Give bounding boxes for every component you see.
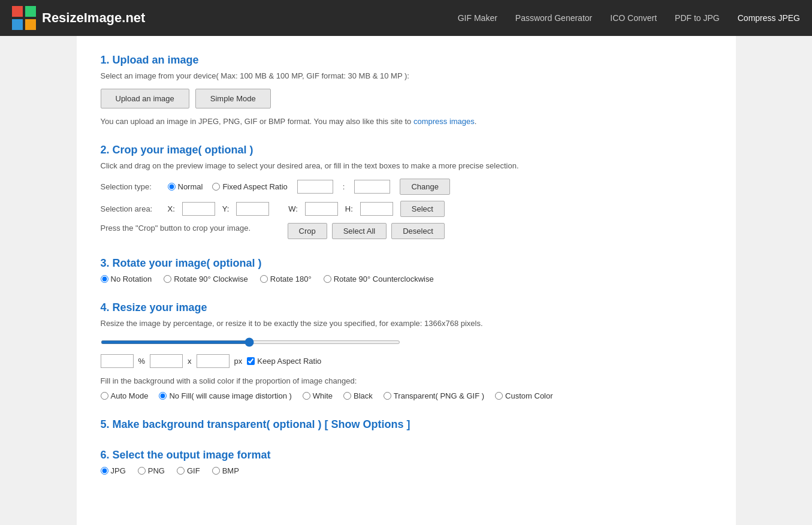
radio-fixed-text: Fixed Aspect Ratio [222, 182, 287, 191]
bg-transparent-text: Transparent( PNG & GIF ) [394, 391, 484, 400]
crop-action-row: Press the "Crop" button to crop your ima… [101, 223, 712, 239]
svg-rect-3 [25, 19, 36, 30]
y-label: Y: [222, 204, 230, 213]
section-resize: 4. Resize your image Resize the image by… [101, 301, 712, 400]
nav-ico-convert[interactable]: ICO Convert [610, 13, 657, 23]
section2-title: 2. Crop your image( optional ) [101, 144, 712, 156]
radio-normal-label[interactable]: Normal [168, 182, 203, 191]
nav-compress-jpeg[interactable]: Compress JPEG [738, 13, 800, 23]
rotate-180-radio[interactable] [260, 275, 268, 283]
bg-auto-label[interactable]: Auto Mode [101, 391, 149, 400]
bg-auto-radio[interactable] [101, 392, 108, 400]
format-jpg-label[interactable]: JPG [101, 466, 126, 475]
rotate-90ccw-label[interactable]: Rotate 90° Counterclockwise [324, 274, 434, 283]
nav-pdf-to-jpg[interactable]: PDF to JPG [675, 13, 720, 23]
radio-fixed[interactable] [212, 183, 220, 191]
px-label: px [234, 357, 243, 366]
selection-type-radios: Normal Fixed Aspect Ratio 1366 : 768 Cha… [168, 179, 450, 195]
height-input[interactable]: 500 [197, 354, 230, 368]
rotate-none-text: No Rotation [111, 274, 152, 283]
keep-aspect-label[interactable]: Keep Aspect Ratio [247, 357, 321, 366]
bg-custom-radio[interactable] [495, 392, 503, 400]
percent-symbol: % [138, 357, 146, 366]
change-button[interactable]: Change [400, 179, 450, 195]
selection-area-label: Selection area: [101, 204, 161, 213]
bg-fill-label: Fill in the background with a solid colo… [101, 376, 712, 385]
format-gif-text: GIF [187, 466, 200, 475]
keep-aspect-checkbox[interactable] [247, 357, 255, 365]
bg-white-radio[interactable] [303, 392, 310, 400]
upload-image-button[interactable]: Upload an image [101, 89, 189, 108]
upload-note-post: . [475, 117, 477, 126]
svg-rect-2 [12, 19, 23, 30]
bg-transparent-label[interactable]: Transparent( PNG & GIF ) [384, 391, 484, 400]
x-label: X: [168, 204, 175, 213]
bg-black-label[interactable]: Black [343, 391, 373, 400]
bg-custom-label[interactable]: Custom Color [495, 391, 553, 400]
header: ResizeImage.net GIF Maker Password Gener… [0, 0, 812, 36]
aspect-width-input[interactable]: 1366 [297, 180, 333, 194]
bg-auto-text: Auto Mode [111, 391, 149, 400]
selection-area-row: Selection area: X: 0 Y: 0 W: 0 H: 0 Sele… [101, 201, 712, 217]
rotate-none-label[interactable]: No Rotation [101, 274, 152, 283]
rotate-90ccw-radio[interactable] [324, 275, 331, 283]
bg-nofill-text: No Fill( will cause image distortion ) [169, 391, 291, 400]
format-gif-label[interactable]: GIF [177, 466, 200, 475]
section-upload: 1. Upload an image Select an image from … [101, 54, 712, 126]
resize-inputs: 100 % 500 x 500 px Keep Aspect Ratio [101, 354, 712, 368]
aspect-height-input[interactable]: 768 [354, 180, 390, 194]
deselect-button[interactable]: Deselect [391, 223, 445, 239]
x-input[interactable]: 0 [182, 202, 215, 216]
rotate-none-radio[interactable] [101, 275, 108, 283]
nav-gif-maker[interactable]: GIF Maker [458, 13, 497, 23]
simple-mode-button[interactable]: Simple Mode [195, 89, 271, 108]
bg-options: Auto Mode No Fill( will cause image dist… [101, 391, 712, 400]
w-input[interactable]: 0 [305, 202, 338, 216]
section2-desc: Click and drag on the preview image to s… [101, 161, 712, 170]
rotate-90cw-text: Rotate 90° Clockwise [174, 274, 248, 283]
logo: ResizeImage.net [12, 6, 145, 30]
format-png-text: PNG [148, 466, 165, 475]
bg-black-text: Black [354, 391, 373, 400]
format-png-radio[interactable] [138, 467, 146, 475]
section3-title: 3. Rotate your image( optional ) [101, 257, 712, 270]
format-png-label[interactable]: PNG [138, 466, 165, 475]
format-bmp-label[interactable]: BMP [212, 466, 239, 475]
keep-aspect-text: Keep Aspect Ratio [257, 357, 321, 366]
rotate-90cw-radio[interactable] [164, 275, 171, 283]
section6-title: 6. Select the output image format [101, 449, 712, 461]
section-bg-transparent: 5. Make background transparent( optional… [101, 418, 712, 431]
svg-rect-0 [12, 6, 23, 17]
crop-button[interactable]: Crop [288, 223, 327, 239]
width-input[interactable]: 500 [150, 354, 183, 368]
section-rotate: 3. Rotate your image( optional ) No Rota… [101, 257, 712, 283]
h-label: H: [345, 204, 353, 213]
main-content: 1. Upload an image Select an image from … [77, 36, 736, 525]
rotate-180-text: Rotate 180° [270, 274, 312, 283]
bg-white-label[interactable]: White [303, 391, 333, 400]
bg-transparent-radio[interactable] [384, 392, 391, 400]
radio-normal[interactable] [168, 183, 176, 191]
rotate-options: No Rotation Rotate 90° Clockwise Rotate … [101, 274, 712, 283]
bg-white-text: White [313, 391, 333, 400]
rotate-180-label[interactable]: Rotate 180° [260, 274, 312, 283]
format-jpg-radio[interactable] [101, 467, 108, 475]
nav-password-generator[interactable]: Password Generator [515, 13, 592, 23]
crop-buttons: Crop Select All Deselect [288, 223, 445, 239]
format-bmp-radio[interactable] [212, 467, 220, 475]
y-input[interactable]: 0 [236, 202, 269, 216]
rotate-90cw-label[interactable]: Rotate 90° Clockwise [164, 274, 248, 283]
select-all-button[interactable]: Select All [332, 223, 387, 239]
resize-slider[interactable] [101, 340, 400, 344]
colon-separator: : [343, 182, 345, 191]
bg-nofill-label[interactable]: No Fill( will cause image distortion ) [159, 391, 291, 400]
format-gif-radio[interactable] [177, 467, 185, 475]
bg-black-radio[interactable] [343, 392, 351, 400]
radio-fixed-label[interactable]: Fixed Aspect Ratio [212, 182, 287, 191]
bg-nofill-radio[interactable] [159, 392, 167, 400]
h-input[interactable]: 0 [360, 202, 393, 216]
percent-input[interactable]: 100 [101, 354, 134, 368]
format-jpg-text: JPG [111, 466, 126, 475]
compress-images-link[interactable]: compress images [413, 117, 475, 126]
select-button[interactable]: Select [400, 201, 445, 217]
